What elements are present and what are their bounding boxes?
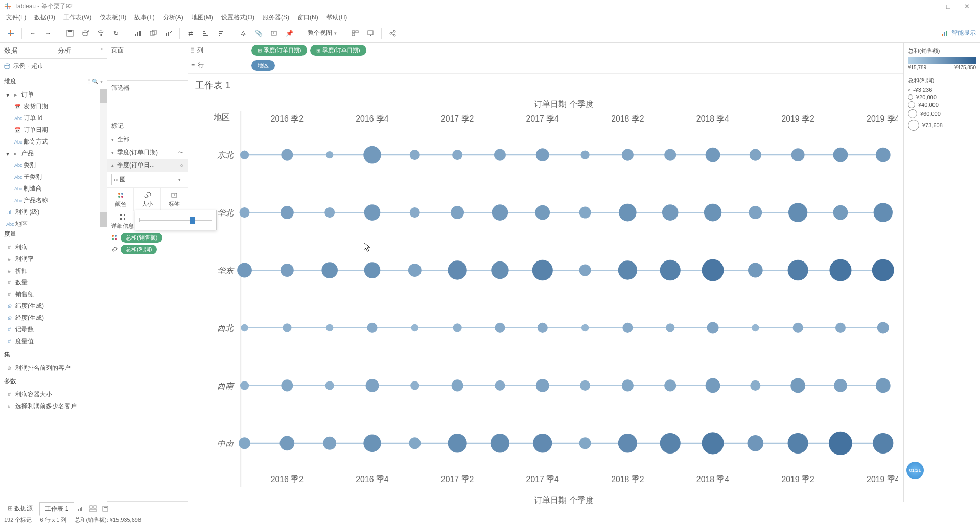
measure-item[interactable]: ⊕经度(生成) xyxy=(0,312,107,324)
tab-datasource[interactable]: ⊞ 数据源 xyxy=(2,502,38,515)
tab-sheet1[interactable]: 工作表 1 xyxy=(39,502,74,516)
measure-item[interactable]: #记录数 xyxy=(0,324,107,336)
filters-shelf[interactable] xyxy=(107,96,188,118)
svg-rect-7 xyxy=(68,30,72,32)
measure-item[interactable]: #折扣 xyxy=(0,265,107,277)
new-dashboard-button[interactable] xyxy=(87,503,99,514)
chart-canvas[interactable]: 订单日期 个季度地区2016 季22016 季42017 季22017 季420… xyxy=(193,97,898,509)
dimension-item[interactable]: ▾▸产品 xyxy=(0,148,107,159)
size-legend[interactable]: -¥3,236¥20,000¥40,000¥60,000¥73,608 xyxy=(908,86,976,131)
menu-analysis[interactable]: 分析(A) xyxy=(159,12,188,23)
dimension-item[interactable]: Abc制造商 xyxy=(0,183,107,195)
measure-item[interactable]: #利润率 xyxy=(0,253,107,265)
columns-pill-quarter1[interactable]: ⊞季度(订单日期) xyxy=(251,45,307,56)
tableau-logo-button[interactable] xyxy=(4,27,17,40)
pause-button[interactable] xyxy=(94,27,107,40)
menu-caret-icon[interactable]: ▾ xyxy=(100,79,103,85)
datasource-item[interactable]: 示例 - 超市 xyxy=(0,59,107,74)
color-pill-row[interactable]: 总和(销售额) xyxy=(107,232,188,244)
measure-item[interactable]: #销售额 xyxy=(0,289,107,300)
new-worksheet-button[interactable] xyxy=(131,27,145,40)
presentation-button[interactable] xyxy=(364,27,377,40)
menu-server[interactable]: 服务器(S) xyxy=(259,12,293,23)
marks-quarter1-row[interactable]: ▾季度(订单日期)〜 xyxy=(107,146,188,159)
menu-map[interactable]: 地图(M) xyxy=(188,12,217,23)
rows-shelf[interactable]: ≡行 地区 xyxy=(188,58,903,74)
param-item[interactable]: #选择利润前多少名客户 xyxy=(0,400,107,412)
show-cards-button[interactable] xyxy=(348,27,362,40)
tab-data[interactable]: 数据 xyxy=(0,43,54,58)
columns-pill-quarter2[interactable]: ⊞季度(订单日期) xyxy=(310,45,366,56)
columns-shelf[interactable]: ⦙⦙⦙列 ⊞季度(订单日期) ⊞季度(订单日期) xyxy=(188,43,903,58)
view-toggle-icon[interactable]: ⦙⦙ xyxy=(88,79,90,85)
mark-type-select[interactable]: ○圆▾ xyxy=(111,174,183,185)
dimension-item[interactable]: .ıl利润 (级) xyxy=(0,206,107,218)
measure-item[interactable]: #利润 xyxy=(0,242,107,253)
tab-analysis[interactable]: 分析• xyxy=(54,43,107,58)
dimension-item[interactable]: 📅订单日期 xyxy=(0,124,107,136)
minimize-button[interactable]: — xyxy=(921,3,939,10)
maximize-button[interactable]: □ xyxy=(939,3,958,10)
pin-button[interactable]: 📌 xyxy=(283,27,296,40)
menu-dashboard[interactable]: 仪表板(B) xyxy=(96,12,130,23)
clear-button[interactable] xyxy=(162,27,175,40)
new-datasource-button[interactable]: + xyxy=(79,27,92,40)
new-sheet-button[interactable]: + xyxy=(75,503,86,514)
marks-quarter2-row[interactable]: ▴季度(订单日...○ xyxy=(107,159,188,172)
measure-item[interactable]: #度量值 xyxy=(0,336,107,347)
refresh-button[interactable]: ↻ xyxy=(109,27,123,40)
attach-button[interactable]: 📎 xyxy=(252,27,265,40)
dimension-item[interactable]: Abc订单 Id xyxy=(0,112,107,124)
size-slider[interactable] xyxy=(139,220,212,221)
menu-format[interactable]: 设置格式(O) xyxy=(217,12,259,23)
dimension-item[interactable]: ▾▸订单 xyxy=(0,89,107,101)
forward-button[interactable]: → xyxy=(41,27,55,40)
menu-worksheet[interactable]: 工作表(W) xyxy=(59,12,96,23)
sort-desc-button[interactable] xyxy=(215,27,228,40)
menu-story[interactable]: 故事(T) xyxy=(130,12,158,23)
color-legend-title: 总和(销售额) xyxy=(908,47,976,55)
menu-data[interactable]: 数据(D) xyxy=(30,12,59,23)
menu-file[interactable]: 文件(F) xyxy=(2,12,30,23)
pages-shelf[interactable] xyxy=(107,58,188,80)
color-encoding[interactable]: 颜色 xyxy=(107,188,134,211)
close-button[interactable]: ✕ xyxy=(958,3,976,10)
dimension-item[interactable]: Abc子类别 xyxy=(0,171,107,183)
dimension-item[interactable]: 📅发货日期 xyxy=(0,101,107,112)
label-button[interactable]: T xyxy=(267,27,281,40)
new-story-button[interactable] xyxy=(100,503,111,514)
detail-encoding[interactable]: 详细信息 xyxy=(111,213,134,230)
size-pill-row[interactable]: 总和(利润) xyxy=(107,244,188,255)
highlight-button[interactable] xyxy=(237,27,250,40)
svg-point-171 xyxy=(618,434,637,452)
save-button[interactable] xyxy=(63,27,77,40)
color-legend-gradient[interactable] xyxy=(908,57,976,64)
duplicate-button[interactable] xyxy=(147,27,160,40)
dimension-item[interactable]: Abc邮寄方式 xyxy=(0,136,107,148)
sort-asc-button[interactable] xyxy=(199,27,213,40)
scrollbar[interactable] xyxy=(100,89,107,227)
svg-point-158 xyxy=(834,379,847,392)
menu-window[interactable]: 窗口(N) xyxy=(293,12,322,23)
fit-dropdown[interactable]: 整个视图▾ xyxy=(305,29,340,37)
param-item[interactable]: #利润容器大小 xyxy=(0,389,107,400)
back-button[interactable]: ← xyxy=(26,27,39,40)
measure-item[interactable]: #数量 xyxy=(0,277,107,289)
set-item[interactable]: ⊘利润排名前列的客户 xyxy=(0,362,107,374)
menu-help[interactable]: 帮助(H) xyxy=(322,12,352,23)
marks-all-row[interactable]: ▾全部 xyxy=(107,133,188,146)
dimension-item[interactable]: Abc产品名称 xyxy=(0,195,107,206)
label-encoding[interactable]: T标签 xyxy=(161,188,188,211)
dimension-item[interactable]: Abc地区 xyxy=(0,218,107,227)
dimension-item[interactable]: Abc类别 xyxy=(0,159,107,171)
sheet-title[interactable]: 工作表 1 xyxy=(188,74,903,97)
measure-item[interactable]: ⊕纬度(生成) xyxy=(0,300,107,312)
rows-pill-region[interactable]: 地区 xyxy=(251,60,275,71)
show-me-button[interactable]: 智能显示 xyxy=(941,29,976,37)
swap-button[interactable]: ⇄ xyxy=(184,27,197,40)
share-button[interactable] xyxy=(386,27,399,40)
svg-point-34 xyxy=(390,32,392,34)
search-icon[interactable]: 🔍 xyxy=(92,79,98,85)
size-encoding[interactable]: 大小 xyxy=(134,188,160,211)
size-slider-thumb[interactable] xyxy=(190,217,195,224)
